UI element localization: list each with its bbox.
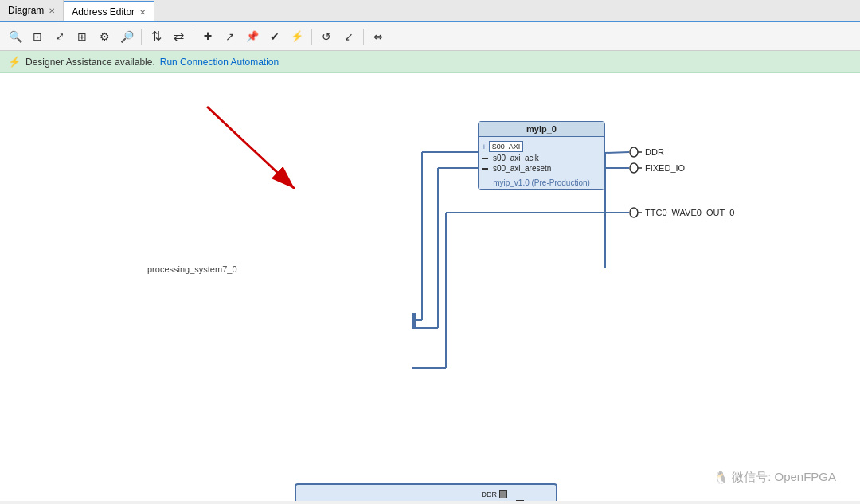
zynq-block-wrapper: processing_system7_0 M_AXI_GP0_ACLK ZYNQ… (147, 264, 237, 276)
svg-rect-6 (630, 208, 638, 217)
zynq-ddr-label: DDR (481, 490, 497, 498)
axi-plus-icon: + (482, 143, 487, 151)
fixed-io-ext-label: FIXED_IO (645, 163, 685, 173)
refresh-button[interactable]: ↺ (316, 26, 337, 47)
designer-assistance-banner: ⚡ Designer Assistance available. Run Con… (0, 51, 860, 73)
toolbar-separator-4 (363, 29, 364, 45)
port-s00-aclk: s00_axi_aclk (479, 153, 604, 163)
toolbar-separator-2 (193, 29, 194, 45)
tab-diagram[interactable]: Diagram ✕ (0, 0, 64, 21)
svg-rect-4 (630, 163, 638, 173)
export-button[interactable]: ↙ (338, 26, 359, 47)
tab-address-editor[interactable]: Address Editor ✕ (64, 1, 154, 21)
toolbar: 🔍 ⊡ ⤢ ⊞ ⚙ 🔎 ⇅ ⇄ + ↗ 📌 ✔ ⚡ ↺ ↙ ⇔ (0, 22, 860, 51)
tab-diagram-label: Diagram (8, 5, 44, 16)
svg-line-1 (207, 107, 295, 189)
add-ip-button[interactable]: + (197, 26, 218, 47)
banner-text: Designer Assistance available. (25, 57, 155, 68)
zynq-left-ports: M_AXI_GP0_ACLK (296, 485, 370, 501)
route-button[interactable]: ↗ (220, 26, 240, 47)
align-h-button[interactable]: ⇄ (168, 26, 189, 47)
watermark-text: 微信号: OpenFPGA (732, 470, 836, 485)
watermark: 🐧 微信号: OpenFPGA (713, 470, 836, 485)
zoom-fit-button[interactable]: ⊡ (27, 26, 48, 47)
fixed-io-box-icon (516, 500, 524, 501)
myip-block: myip_0 + S00_AXI s00_axi_aclk s00_axi_ar… (478, 121, 605, 190)
ext-port-fixed-io: FIXED_IO (629, 162, 685, 174)
banner-icon: ⚡ (8, 56, 21, 68)
ddr-d-shape-icon (629, 147, 642, 158)
s00-aclk-label: s00_axi_aclk (493, 154, 539, 162)
ddr-ext-label: DDR (645, 147, 664, 157)
validate-button[interactable]: ✔ (264, 26, 285, 47)
tab-diagram-close[interactable]: ✕ (49, 6, 55, 15)
zynq-fixed-io-port: FIXED_IO (481, 499, 553, 501)
diagram-canvas: myip_0 + S00_AXI s00_axi_aclk s00_axi_ar… (0, 73, 860, 501)
tab-bar: Diagram ✕ Address Editor ✕ (0, 0, 860, 22)
ttc-d-shape-icon (629, 207, 642, 218)
zoom-full-button[interactable]: ⤢ (49, 26, 70, 47)
myip-block-ports: + S00_AXI s00_axi_aclk s00_axi_aresetn (479, 137, 604, 177)
myip-block-subtitle: myip_v1.0 (Pre-Production) (479, 177, 604, 189)
s00-aresetn-label: s00_axi_aresetn (493, 164, 551, 173)
auto-connect-button[interactable]: ⚡ (287, 26, 307, 47)
signal-line-icon (482, 158, 488, 159)
zynq-right-ports: DDR FIXED_IO USBIND_0 M_AXI_GP0 (478, 485, 556, 501)
tab-address-editor-close[interactable]: ✕ (139, 8, 146, 17)
zynq-ddr-port: DDR (481, 490, 553, 499)
tab-address-editor-label: Address Editor (72, 6, 135, 18)
zynq-top-label: processing_system7_0 (147, 264, 237, 274)
zynq-inner: M_AXI_GP0_ACLK ZYNQ® 7 DDR (296, 485, 556, 501)
zynq-logo-area: ZYNQ® 7 (370, 485, 479, 501)
svg-rect-2 (630, 147, 638, 157)
align-v-button[interactable]: ⇅ (146, 26, 166, 47)
svg-line-8 (605, 152, 629, 153)
run-connection-automation-link[interactable]: Run Connection Automation (160, 57, 279, 68)
zynq-fixed-io-label: FIXED_IO (481, 500, 514, 501)
ports-button[interactable]: ⇔ (368, 26, 389, 47)
ext-port-ddr: DDR (629, 147, 664, 158)
port-s00-axi: + S00_AXI (479, 140, 604, 153)
pin-button[interactable]: 📌 (242, 26, 263, 47)
fixed-io-d-shape-icon (629, 162, 642, 174)
signal-line-icon-2 (482, 168, 488, 170)
ext-port-ttc: TTC0_WAVE0_OUT_0 (629, 207, 734, 218)
myip-block-title: myip_0 (479, 122, 604, 137)
ttc-ext-label: TTC0_WAVE0_OUT_0 (645, 208, 734, 217)
red-arrow-annotation (0, 73, 860, 501)
toolbar-separator-1 (141, 29, 142, 45)
ddr-box-icon (499, 490, 507, 498)
zynq-block: M_AXI_GP0_ACLK ZYNQ® 7 DDR (295, 483, 557, 501)
s00-axi-label: S00_AXI (489, 141, 524, 152)
settings-button[interactable]: ⚙ (94, 26, 115, 47)
connection-lines (0, 73, 860, 501)
zoom-selection-button[interactable]: ⊞ (72, 26, 92, 47)
zoom-in-button[interactable]: 🔍 (5, 26, 25, 47)
watermark-icon: 🐧 (713, 471, 729, 485)
port-s00-aresetn: s00_axi_aresetn (479, 163, 604, 174)
zoom-area-button[interactable]: 🔎 (116, 26, 137, 47)
toolbar-separator-3 (311, 29, 312, 45)
